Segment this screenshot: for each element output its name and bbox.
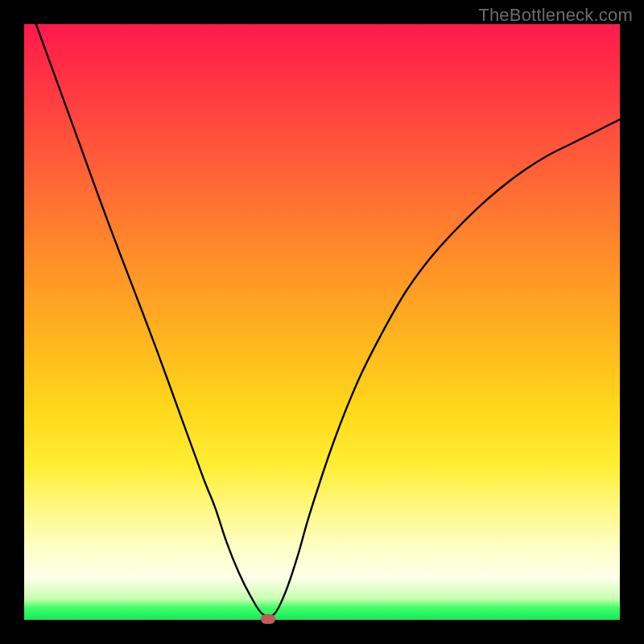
chart-frame: TheBottleneck.com — [0, 0, 644, 644]
watermark-text: TheBottleneck.com — [478, 5, 633, 26]
min-marker — [261, 614, 275, 624]
bottleneck-curve — [36, 24, 620, 617]
curve-svg — [24, 24, 620, 620]
plot-area — [24, 24, 620, 620]
